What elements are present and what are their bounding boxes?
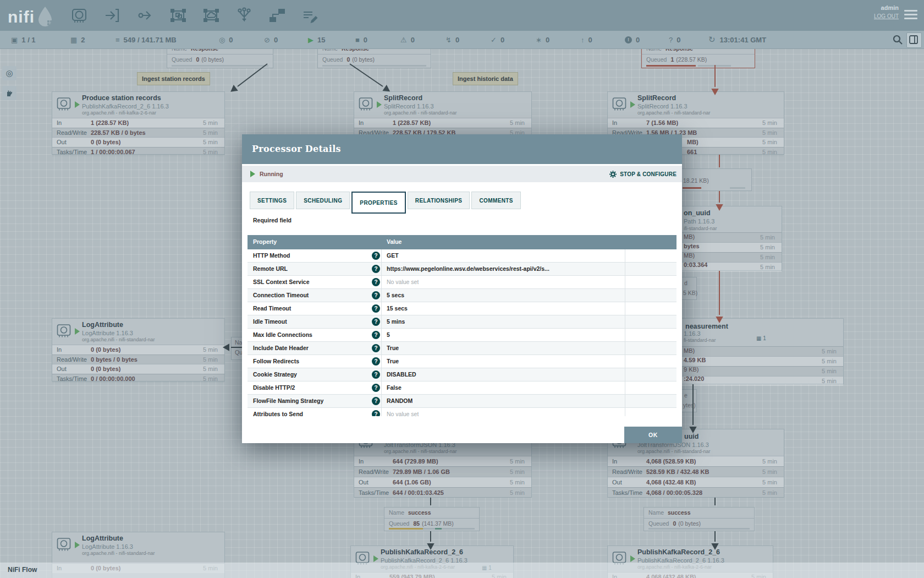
operate-palette-button[interactable] <box>2 86 16 100</box>
help-icon[interactable]: ? <box>372 318 380 326</box>
search-icon[interactable] <box>892 34 903 45</box>
stat-row: Out0 (0 bytes)5 min <box>52 364 224 374</box>
processor-icon <box>57 97 71 111</box>
canvas-label-ingest-historic-data[interactable]: Ingest historic data <box>453 72 518 85</box>
dialog-header: Processor Details <box>242 134 682 164</box>
help-icon[interactable]: ? <box>372 331 380 339</box>
help-icon[interactable]: ? <box>372 252 380 260</box>
help-icon[interactable]: ? <box>372 278 380 286</box>
tab-properties[interactable]: PROPERTIES <box>351 192 405 214</box>
help-icon[interactable]: ? <box>372 304 380 313</box>
tab-comments[interactable]: COMMENTS <box>471 192 521 209</box>
breadcrumb-bar: NiFi Flow <box>0 563 924 578</box>
input-port-icon[interactable] <box>103 7 121 24</box>
label-icon[interactable] <box>301 7 319 24</box>
connection-label-success-1[interactable]: Namesuccess Queued85(141.37 MB) <box>384 507 480 531</box>
status-icon: ! <box>625 36 632 43</box>
status-icon: ? <box>669 36 673 44</box>
stat-row: In1 (228.57 KB)5 min <box>354 118 531 128</box>
property-value: 15 secs <box>387 305 408 312</box>
refresh-icon[interactable]: ↻ <box>708 35 716 45</box>
tab-scheduling[interactable]: SCHEDULING <box>296 192 350 209</box>
status-item: ≡549 / 141.71 MB <box>116 31 177 48</box>
status-item: ?0 <box>669 31 680 48</box>
remote-process-group-icon[interactable] <box>202 7 220 24</box>
status-item: ▣1 / 1 <box>11 31 36 48</box>
queued-size-fragment: 18.21 KB) <box>683 177 709 184</box>
status-icon: ▶ <box>308 36 314 44</box>
property-value: No value set <box>387 279 419 285</box>
process-group-icon[interactable] <box>169 7 187 24</box>
status-icon: ⊘ <box>264 36 270 44</box>
processor-icon <box>359 97 373 111</box>
connection-label-success-2[interactable]: Namesuccess Queued0(0 bytes) <box>644 507 755 531</box>
stat-row: In1 (228.57 KB)5 min <box>52 118 224 128</box>
status-icon: ▦ <box>70 36 77 44</box>
tab-settings[interactable]: SETTINGS <box>250 192 294 209</box>
stat-row: Tasks/Time4,068 / 00:00:05.3285 min <box>608 487 784 498</box>
help-icon[interactable]: ? <box>372 357 380 366</box>
stop-and-configure-button[interactable]: STOP & CONFIGURE <box>609 166 676 182</box>
property-value: https://www.pegelonline.wsv.de/webservic… <box>387 265 549 272</box>
stat-row: In0 (0 bytes)5 min <box>52 345 224 355</box>
running-icon <box>250 171 255 177</box>
status-item: ⊘0 <box>264 31 278 48</box>
user-box: admin LOG OUT <box>874 4 899 19</box>
status-item: ↯0 <box>446 31 459 48</box>
app-header: nifi <box>0 0 924 31</box>
property-row: Connection Timeout ? 5 secs <box>248 289 676 302</box>
stat-row: In7 (1.56 MB)5 min <box>608 118 784 128</box>
property-row: HTTP Method ? GET <box>248 249 676 263</box>
status-icon: ∗ <box>536 36 542 44</box>
processor-icon[interactable] <box>70 7 88 24</box>
status-icon: ↯ <box>446 36 452 44</box>
template-icon[interactable] <box>268 7 286 24</box>
help-icon[interactable]: ? <box>372 410 380 416</box>
property-row: Attributes to Send ? No value set <box>248 408 676 416</box>
stat-row: Tasks/Time0 / 00:00:00.0005 min <box>52 374 224 384</box>
help-icon[interactable]: ? <box>372 397 380 405</box>
status-icon: ✓ <box>491 36 497 44</box>
nifi-logo: nifi <box>8 5 56 29</box>
logout-link[interactable]: LOG OUT <box>874 13 899 19</box>
settings-panel-button[interactable] <box>906 32 922 48</box>
property-value: 5 secs <box>387 292 404 298</box>
help-icon[interactable]: ? <box>372 384 380 392</box>
ok-button[interactable]: OK <box>624 427 682 443</box>
global-menu-icon[interactable] <box>904 10 917 21</box>
navigate-palette-button[interactable]: ◎ <box>2 66 16 80</box>
processor-produce-station-records[interactable]: Produce station records PublishKafkaReco… <box>52 91 225 155</box>
queue-bar-usage <box>389 528 423 530</box>
help-icon[interactable]: ? <box>372 370 380 379</box>
status-item: ✓0 <box>491 31 504 48</box>
status-item: ▦2 <box>70 31 85 48</box>
help-icon[interactable]: ? <box>372 344 380 352</box>
queue-bar <box>648 528 750 530</box>
property-row: Idle Timeout ? 5 mins <box>248 315 676 329</box>
canvas-label-ingest-station-records[interactable]: Ingest station records <box>137 72 210 85</box>
property-value: 5 <box>387 331 390 338</box>
breadcrumb[interactable]: NiFi Flow <box>8 566 37 574</box>
status-item: ▶15 <box>308 31 325 48</box>
running-icon <box>75 542 80 548</box>
stat-row: Read/Write0 bytes / 0 bytes5 min <box>52 355 224 364</box>
output-port-icon[interactable] <box>136 7 154 24</box>
help-icon[interactable]: ? <box>372 291 380 299</box>
table-header: Property Value <box>248 235 676 249</box>
cluster-badge: ▦ 1 <box>756 335 766 341</box>
processor-logattribute[interactable]: LogAttribute LogAttribute 1.16.3 org.apa… <box>52 318 225 381</box>
help-icon[interactable]: ? <box>372 265 380 273</box>
nifi-app: NameResponse Queued0(0 bytes) NameRespon… <box>0 0 924 578</box>
stat-row: Tasks/Time1 / 00:00:00.0675 min <box>52 147 224 157</box>
tab-relationships[interactable]: RELATIONSHIPS <box>408 192 470 209</box>
processor-title-fragment: neasurement <box>685 323 728 330</box>
processor-title-fragment: on_uuid <box>684 209 711 217</box>
running-icon <box>75 328 80 335</box>
running-icon <box>75 101 80 108</box>
property-row: Include Date Header ? True <box>248 342 676 355</box>
property-value: DISABLED <box>387 371 416 378</box>
property-value: No value set <box>387 411 419 416</box>
property-value: True <box>387 358 399 364</box>
status-item: ◎0 <box>219 31 233 48</box>
funnel-icon[interactable] <box>235 7 253 24</box>
